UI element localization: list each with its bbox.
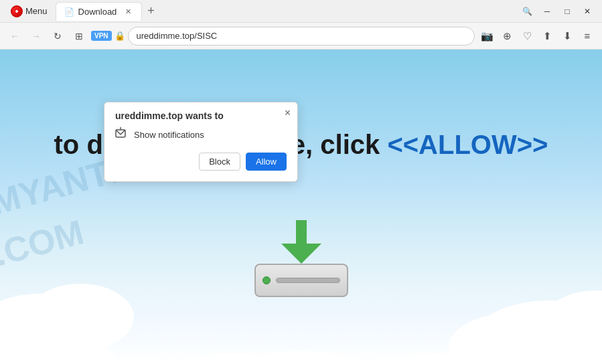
address-bar[interactable]: ureddimme.top/SISC (128, 27, 475, 46)
allow-button[interactable]: Allow (246, 153, 287, 171)
browser-window: Menu 📄 Download ✕ + 🔍 ─ □ ✕ ← → ↻ ⊞ VPN … (0, 0, 602, 364)
svg-point-9 (475, 341, 602, 364)
svg-point-7 (449, 314, 569, 364)
svg-point-12 (295, 361, 442, 364)
notification-popup: × ureddimme.top wants to Show notificati… (104, 102, 298, 182)
menu-dots-button[interactable]: ≡ (578, 27, 597, 46)
close-button[interactable]: ✕ (578, 2, 597, 21)
popup-permission-text: Show notifications (134, 130, 204, 140)
opera-logo-icon (11, 5, 23, 17)
popup-title: ureddimme.top wants to (115, 110, 287, 121)
svg-point-8 (522, 327, 602, 364)
reload-button[interactable]: ↻ (48, 27, 67, 46)
hdd-slot (276, 278, 340, 283)
hdd-led (262, 276, 271, 284)
tabs-area: 📄 Download ✕ + (56, 1, 518, 21)
forward-button[interactable]: → (27, 27, 46, 46)
svg-point-10 (147, 354, 321, 364)
svg-point-11 (221, 351, 382, 364)
extensions-button[interactable]: ⊕ (498, 27, 516, 46)
new-tab-button[interactable]: + (142, 1, 160, 21)
nav-actions: 📷 ⊕ ♡ ⬆ ⬇ ≡ (477, 27, 597, 46)
notification-bell-icon (115, 126, 129, 140)
opera-menu-button[interactable]: Menu (5, 3, 53, 20)
window-controls: 🔍 ─ □ ✕ (518, 2, 597, 21)
minimize-button[interactable]: ─ (538, 2, 556, 21)
hard-drive-icon (254, 264, 348, 297)
heart-button[interactable]: ♡ (518, 27, 536, 46)
svg-point-14 (348, 354, 522, 364)
svg-marker-16 (281, 244, 321, 264)
main-page-text: to download the file, click <<ALLOW>> (0, 130, 602, 160)
download-button[interactable]: ⬇ (558, 27, 577, 46)
svg-point-0 (0, 294, 107, 364)
nav-bar: ← → ↻ ⊞ VPN 🔒 ureddimme.top/SISC 📷 ⊕ ♡ ⬆… (0, 23, 602, 50)
back-button[interactable]: ← (5, 27, 24, 46)
svg-point-1 (27, 284, 134, 351)
svg-point-4 (0, 334, 121, 364)
share-button[interactable]: ⬆ (538, 27, 556, 46)
camera-button[interactable]: 📷 (477, 27, 496, 46)
popup-permission-row: Show notifications (115, 126, 287, 143)
speeddial-button[interactable]: ⊞ (70, 27, 88, 46)
active-tab[interactable]: 📄 Download ✕ (56, 2, 143, 21)
svg-point-13 (87, 361, 248, 364)
maximize-button[interactable]: □ (558, 2, 577, 21)
url-text: ureddimme.top/SISC (137, 31, 218, 41)
download-arrow-icon (281, 220, 321, 264)
block-button[interactable]: Block (199, 153, 240, 171)
title-bar: Menu 📄 Download ✕ + 🔍 ─ □ ✕ (0, 0, 602, 23)
notification-icon (115, 126, 129, 143)
svg-point-3 (0, 337, 80, 364)
lock-icon: 🔒 (115, 31, 125, 41)
svg-rect-15 (296, 220, 307, 244)
tab-favicon: 📄 (64, 7, 74, 17)
download-illustration (254, 220, 348, 297)
page-content: MYANTISPYWARE .COM to download the file,… (0, 50, 602, 364)
svg-point-2 (0, 310, 67, 364)
svg-point-5 (475, 300, 602, 364)
popup-buttons: Block Allow (115, 153, 287, 171)
watermark-bottom: .COM (0, 211, 88, 274)
vpn-badge[interactable]: VPN (91, 31, 112, 41)
allow-highlight-text: <<ALLOW>> (387, 130, 548, 159)
search-button[interactable]: 🔍 (518, 2, 536, 21)
background-clouds (0, 50, 602, 364)
popup-close-button[interactable]: × (285, 108, 291, 118)
tab-title: Download (78, 7, 117, 17)
svg-point-6 (542, 290, 602, 357)
tab-close-button[interactable]: ✕ (123, 7, 133, 17)
menu-label: Menu (25, 6, 48, 16)
